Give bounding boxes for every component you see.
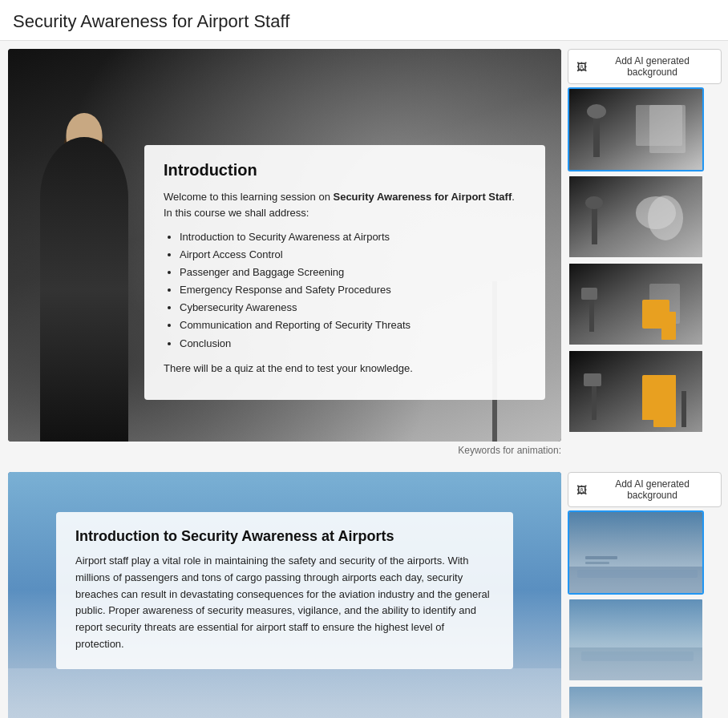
slide1-content-box: Introduction Welcome to this learning se…: [144, 145, 545, 400]
add-ai-background-btn-2[interactable]: 🖼 Add AI generated background: [568, 472, 722, 507]
svg-point-3: [587, 104, 606, 119]
slide2-content-box: Introduction to Security Awareness at Ai…: [56, 512, 513, 669]
slide1-section: Introduction Welcome to this learning se…: [8, 49, 720, 459]
thumb-airport-svg-3: [569, 687, 704, 718]
keywords-label: Keywords for animation:: [8, 442, 561, 459]
thumbnail-airport-3[interactable]: [568, 685, 704, 718]
add-ai-label-2: Add AI generated background: [592, 478, 713, 501]
svg-rect-1: [649, 105, 686, 153]
slide1-bullet-list: Introduction to Security Awareness at Ai…: [180, 228, 526, 353]
slide1-title: Introduction: [164, 161, 526, 180]
thumbnail-studio-4[interactable]: [568, 349, 704, 434]
thumb-airport-svg-1: [569, 512, 704, 595]
svg-rect-29: [577, 570, 698, 578]
slide2-preview: ! Introduction to Security Awareness at …: [8, 472, 561, 718]
svg-rect-34: [581, 651, 694, 661]
slide1-intro: Welcome to this learning session on Secu…: [164, 189, 526, 220]
thumbnail-studio-1[interactable]: [568, 87, 704, 171]
slide1-bold: Security Awareness for Airport Staff: [333, 191, 512, 203]
bullet-item-6: Communication and Reporting of Security …: [180, 317, 526, 334]
svg-rect-12: [581, 288, 597, 300]
studio-background: Introduction Welcome to this learning se…: [8, 49, 561, 442]
slide1-image: Introduction Welcome to this learning se…: [8, 49, 561, 442]
svg-rect-2: [593, 113, 600, 157]
svg-point-7: [585, 196, 603, 209]
thumbnail-airport-2[interactable]: [568, 598, 704, 682]
thumbnail-studio-2-img: [569, 176, 702, 257]
thumb-svg-1: [569, 89, 704, 171]
page-title: Security Awareness for Airport Staff: [13, 11, 715, 32]
slide2-thumbnails-scroll: [568, 510, 722, 718]
slide2-title: Introduction to Security Awareness at Ai…: [75, 528, 494, 545]
bullet-item-5: Cybersecurity Awareness: [180, 299, 526, 317]
svg-rect-35: [569, 687, 704, 718]
svg-rect-15: [592, 381, 597, 420]
thumb-svg-4: [569, 351, 704, 434]
thumbnail-studio-3[interactable]: [568, 262, 704, 346]
thumb-svg-2: [569, 176, 704, 259]
svg-rect-31: [585, 562, 609, 564]
slide1-thumbnail-sidebar: 🖼 Add AI generated background: [568, 49, 722, 434]
thumbnail-airport-1[interactable]: [568, 510, 704, 595]
page-header: Security Awareness for Airport Staff: [0, 0, 728, 41]
main-content: Introduction Welcome to this learning se…: [0, 41, 728, 718]
thumbnail-studio-2[interactable]: [568, 175, 704, 259]
slide1-thumbnails-scroll: [568, 87, 722, 434]
ai-icon-2: 🖼: [576, 484, 587, 496]
bullet-item-7: Conclusion: [180, 335, 526, 353]
svg-rect-4: [569, 176, 704, 259]
svg-rect-10: [661, 312, 676, 340]
slide2-thumbnail-sidebar: 🖼 Add AI generated background: [568, 472, 722, 718]
svg-rect-16: [584, 373, 601, 386]
slide1-quiz-note: There will be a quiz at the end to test …: [164, 361, 526, 377]
airport-background: ! Introduction to Security Awareness at …: [8, 472, 561, 718]
thumbnail-studio-4-img: [569, 351, 702, 432]
svg-rect-14: [653, 375, 676, 427]
presenter-body: [40, 137, 128, 442]
svg-rect-6: [592, 204, 597, 244]
svg-rect-17: [681, 391, 686, 427]
svg-point-5: [648, 196, 683, 240]
bullet-item-2: Airport Access Control: [180, 246, 526, 264]
thumbnail-studio-1-img: [569, 89, 702, 170]
thumb-svg-3: [569, 264, 704, 346]
svg-rect-30: [585, 556, 617, 559]
thumbnail-studio-3-img: [569, 264, 702, 345]
slide2-section: ! Introduction to Security Awareness at …: [8, 472, 720, 718]
add-ai-label-1: Add AI generated background: [592, 55, 713, 78]
slide2-body: Airport staff play a vital role in maint…: [75, 553, 494, 653]
slide2-image: ! Introduction to Security Awareness at …: [8, 472, 561, 718]
presenter-figure: [40, 137, 128, 442]
thumb-airport-svg-2: [569, 599, 704, 682]
svg-rect-11: [589, 296, 594, 332]
add-ai-background-btn-1[interactable]: 🖼 Add AI generated background: [568, 49, 722, 84]
slide1-preview: Introduction Welcome to this learning se…: [8, 49, 561, 459]
bullet-item-3: Passenger and Baggage Screening: [180, 264, 526, 281]
bullet-item-1: Introduction to Security Awareness at Ai…: [180, 228, 526, 246]
ai-icon-1: 🖼: [576, 61, 587, 73]
bullet-item-4: Emergency Response and Safety Procedures: [180, 281, 526, 299]
